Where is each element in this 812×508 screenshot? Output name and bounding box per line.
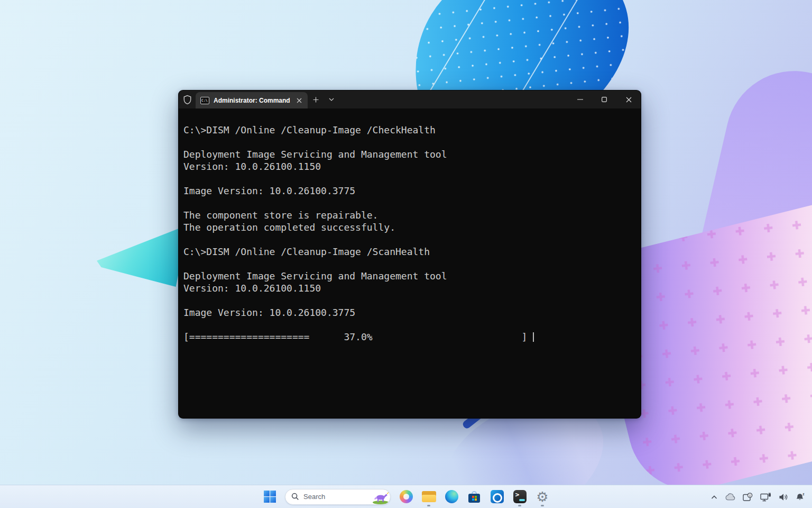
terminal-output-area[interactable]: C:\>DISM /Online /Cleanup-Image /CheckHe… — [179, 108, 641, 419]
file-explorer-button[interactable] — [418, 486, 439, 507]
taskbar-search[interactable] — [285, 489, 391, 505]
terminal-window: C:\ Administrator: Command Pro — [178, 90, 641, 419]
do-not-disturb-bell-icon[interactable]: z — [792, 487, 809, 506]
copilot-icon — [400, 490, 413, 503]
search-input[interactable] — [303, 493, 367, 501]
outlook-button[interactable] — [486, 486, 508, 507]
volume-icon[interactable] — [776, 487, 791, 506]
terminal-icon: > — [513, 490, 527, 503]
taskbar-center-group: > ⚙ — [259, 485, 553, 508]
tab-title: Administrator: Command Pro — [214, 97, 290, 104]
tray-chevron-up-icon[interactable] — [708, 487, 721, 506]
system-tray: z — [708, 485, 809, 508]
terminal-button[interactable]: > — [509, 486, 530, 507]
close-window-button[interactable] — [616, 90, 641, 108]
desktop: C:\ Administrator: Command Pro — [0, 0, 812, 508]
outlook-icon — [491, 490, 504, 503]
minimize-button[interactable] — [568, 90, 592, 108]
running-indicator — [427, 505, 430, 506]
running-indicator — [518, 505, 521, 506]
titlebar-drag-area[interactable] — [339, 90, 568, 108]
tab-admin-command-prompt[interactable]: C:\ Administrator: Command Pro — [196, 92, 308, 108]
wallpaper-cyan-ribbon — [97, 228, 187, 287]
tab-close-icon[interactable] — [294, 96, 304, 105]
microsoft-store-button[interactable] — [464, 486, 485, 507]
start-button[interactable] — [259, 486, 280, 507]
ethernet-network-icon[interactable] — [757, 487, 774, 506]
search-icon — [291, 493, 299, 501]
running-indicator — [541, 505, 544, 506]
new-tab-button[interactable] — [308, 90, 324, 108]
start-icon — [263, 490, 276, 503]
terminal-output: C:\>DISM /Online /Cleanup-Image /CheckHe… — [183, 124, 533, 342]
copilot-button[interactable] — [395, 486, 417, 507]
window-titlebar[interactable]: C:\ Administrator: Command Pro — [179, 90, 641, 108]
edge-icon — [445, 490, 458, 503]
tab-dropdown-button[interactable] — [324, 90, 339, 108]
settings-gear-icon: ⚙ — [536, 490, 548, 504]
cmd-icon: C:\ — [200, 97, 209, 104]
file-explorer-icon — [422, 491, 436, 502]
taskbar: > ⚙ — [0, 485, 812, 508]
microsoft-store-icon — [468, 491, 480, 503]
settings-button[interactable]: ⚙ — [532, 486, 553, 507]
search-highlight-unicorn-icon[interactable] — [371, 489, 390, 504]
maximize-button[interactable] — [592, 90, 616, 108]
admin-shield-icon — [179, 90, 196, 108]
tray-smiley-square-icon[interactable] — [740, 487, 756, 506]
svg-text:z: z — [802, 493, 805, 496]
onedrive-cloud-icon[interactable] — [722, 487, 739, 506]
edge-button[interactable] — [441, 486, 462, 507]
terminal-cursor — [533, 332, 534, 342]
